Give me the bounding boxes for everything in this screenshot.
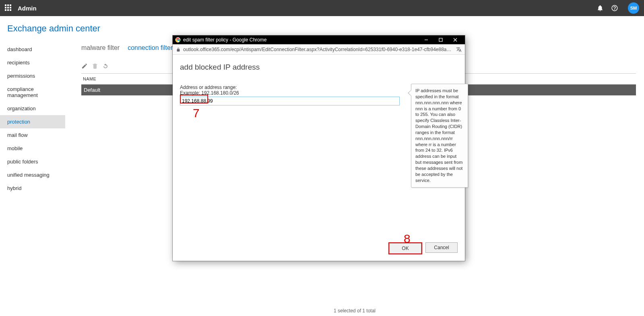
url-text: outlook.office365.com/ecp/Antispam/EditC… [183,47,454,52]
chrome-icon [175,37,181,43]
table-status: 1 selected of 1 total [334,308,376,314]
refresh-icon[interactable] [102,63,109,69]
ip-format-tooltip: IP addresses must be specified in the fo… [411,84,468,188]
edit-icon[interactable] [81,63,88,69]
sidebar-item-protection[interactable]: protection [0,115,65,128]
help-icon[interactable] [611,4,618,12]
tab-malware-filter[interactable]: malware filter [81,44,120,52]
sidebar-item-compliance-management[interactable]: compliance management [0,83,65,102]
app-launcher-icon[interactable] [5,4,12,12]
sidebar: dashboard recipients permissions complia… [0,41,65,316]
svg-rect-3 [439,38,442,41]
minimize-button[interactable] [419,35,433,44]
annotation-8: 8 [404,232,411,246]
sidebar-item-hybrid[interactable]: hybrid [0,182,65,195]
delete-icon[interactable] [92,63,98,69]
topbar-title: Admin [18,5,37,12]
sidebar-item-public-folders[interactable]: public folders [0,155,65,168]
popup-window-title: edit spam filter policy - Google Chrome [183,37,419,43]
popup-window: edit spam filter policy - Google Chrome … [173,35,465,261]
topbar: Admin SM [0,0,644,16]
sidebar-item-dashboard[interactable]: dashboard [0,43,65,56]
popup-titlebar: edit spam filter policy - Google Chrome [173,35,465,44]
maximize-button[interactable] [433,35,448,44]
cancel-button[interactable]: Cancel [425,242,458,253]
sidebar-item-permissions[interactable]: permissions [0,69,65,83]
notification-icon[interactable] [597,4,604,12]
svg-point-1 [177,39,179,41]
annotation-7: 7 [193,106,200,120]
sidebar-item-unified-messaging[interactable]: unified messaging [0,168,65,182]
lock-icon [176,47,181,52]
address-bar[interactable]: outlook.office365.com/ecp/Antispam/EditC… [173,44,465,55]
sidebar-item-mobile[interactable]: mobile [0,142,65,155]
popup-heading: add blocked IP address [180,63,458,72]
sidebar-item-organization[interactable]: organization [0,102,65,115]
sidebar-item-mail-flow[interactable]: mail flow [0,128,65,142]
translate-icon[interactable] [456,47,462,52]
sidebar-item-recipients[interactable]: recipients [0,56,65,69]
popup-body: add blocked IP address Address or addres… [173,55,465,261]
tab-connection-filter[interactable]: connection filter [128,44,173,52]
ip-address-input[interactable] [180,97,400,105]
close-button[interactable] [448,35,462,44]
avatar[interactable]: SM [628,2,639,14]
